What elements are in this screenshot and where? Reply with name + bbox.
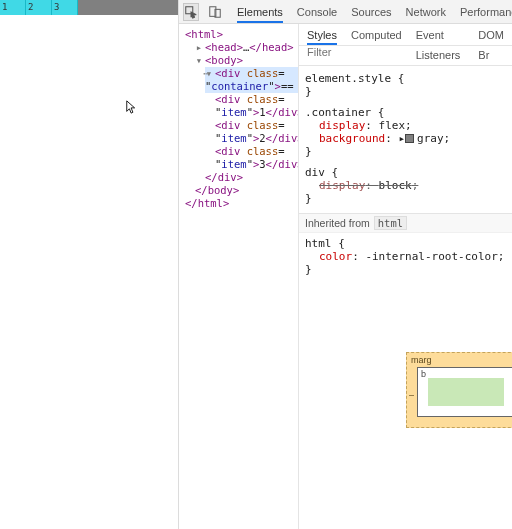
flex-item: 1 bbox=[0, 0, 26, 15]
page-preview: 1 2 3 bbox=[0, 0, 178, 529]
sidebar-tabs: Styles Computed Event Listeners DOM Br bbox=[299, 24, 512, 46]
rule-container[interactable]: .container { display: flex; background: … bbox=[305, 106, 506, 158]
flex-item: 3 bbox=[52, 0, 78, 15]
device-toggle-icon[interactable] bbox=[207, 3, 223, 21]
tab-sources[interactable]: Sources bbox=[351, 1, 391, 23]
tab-network[interactable]: Network bbox=[406, 1, 446, 23]
tab-styles[interactable]: Styles bbox=[307, 25, 337, 45]
box-model-diagram: marg – b bbox=[299, 284, 512, 529]
devtools-panel: Elements Console Sources Network Perform… bbox=[178, 0, 512, 529]
dom-node-selected[interactable]: "container">== $0 bbox=[205, 80, 298, 93]
tab-event-listeners[interactable]: Event Listeners bbox=[416, 25, 465, 45]
tab-dom-breakpoints[interactable]: DOM Br bbox=[478, 25, 504, 45]
tab-elements[interactable]: Elements bbox=[237, 1, 283, 23]
dom-tree[interactable]: <html> ▸<head>…</head> ▾<body> ⋯▾<div cl… bbox=[179, 24, 299, 529]
flex-container: 1 2 3 bbox=[0, 0, 178, 15]
tab-performance[interactable]: Performance bbox=[460, 1, 512, 23]
inspect-icon[interactable] bbox=[183, 3, 199, 21]
styles-filter-input[interactable] bbox=[307, 46, 504, 58]
flex-item: 2 bbox=[26, 0, 52, 15]
rule-html-ua[interactable]: html { color: -internal-root-color; } bbox=[305, 237, 506, 276]
tab-console[interactable]: Console bbox=[297, 1, 337, 23]
styles-filter[interactable] bbox=[299, 46, 512, 66]
cursor-icon bbox=[125, 100, 139, 114]
style-rules[interactable]: element.style { } .container { display: … bbox=[299, 66, 512, 284]
devtools-body: <html> ▸<head>…</head> ▾<body> ⋯▾<div cl… bbox=[179, 24, 512, 529]
styles-pane: Styles Computed Event Listeners DOM Br e… bbox=[299, 24, 512, 529]
rule-div-ua[interactable]: div { display: block; } bbox=[305, 166, 506, 205]
devtools-toolbar: Elements Console Sources Network Perform… bbox=[179, 0, 512, 24]
tab-computed[interactable]: Computed bbox=[351, 25, 402, 45]
color-swatch-icon[interactable] bbox=[405, 134, 414, 143]
rule-element-style[interactable]: element.style { } bbox=[305, 72, 506, 98]
inherited-from-header: Inherited fromhtml bbox=[299, 213, 512, 233]
dom-node-selected[interactable]: ⋯▾<div class= bbox=[205, 67, 298, 80]
main-tabs: Elements Console Sources Network Perform… bbox=[237, 1, 512, 23]
